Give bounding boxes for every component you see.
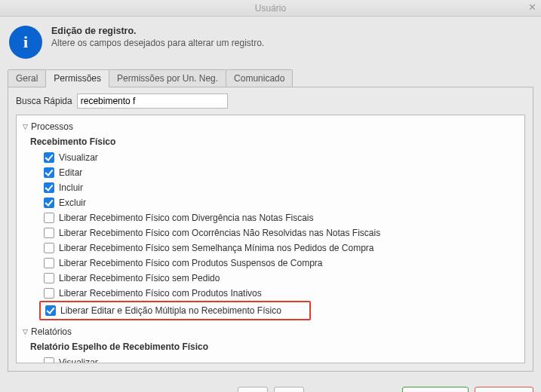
checkbox[interactable] [44,243,54,253]
info-icon: i [9,26,42,59]
checkbox[interactable] [44,198,54,208]
checkbox[interactable] [44,357,54,363]
perm-item[interactable]: Excluir [44,195,518,210]
checkbox[interactable] [44,182,54,193]
collapse-icon: ▽ [23,123,28,130]
checkbox[interactable] [44,273,54,283]
header-subtitle: Altere os campos desejados para alterar … [51,38,264,48]
perm-label: Liberar Recebimento Físico com Produtos … [59,258,323,268]
checkbox[interactable] [44,288,54,299]
perm-label: Liberar Recebimento Físico sem Semelhanç… [59,243,374,253]
perm-label: Excluir [59,198,86,208]
perm-item[interactable]: Incluir [44,180,518,195]
perm-item[interactable]: Liberar Recebimento Físico com Produtos … [44,286,518,301]
perm-item[interactable]: Liberar Recebimento Físico com Produtos … [44,256,518,271]
ok-button[interactable]: OK [402,387,469,392]
perm-label: Liberar Recebimento Físico com Divergênc… [59,213,313,223]
subgroup-recebimento-fisico: Recebimento Físico [30,136,518,147]
collapse-icon: ▽ [23,328,28,335]
group-label: Processos [31,121,73,132]
subgroup-espelho: Relatório Espelho de Recebimento Físico [30,341,518,352]
perm-item[interactable]: Visualizar [44,355,518,363]
header-title: Edição de registro. [51,26,264,36]
tab-permissoes[interactable]: Permissões [45,69,109,87]
perm-label: Liberar Recebimento Físico sem Pedido [59,273,220,283]
perm-item[interactable]: Editar [44,165,518,180]
group-relatorios[interactable]: ▽ Relatórios [23,326,518,337]
checkbox[interactable] [44,258,54,268]
perm-item[interactable]: Liberar Recebimento Físico com Divergênc… [44,210,518,225]
checkbox[interactable] [44,152,54,163]
perm-label: Incluir [59,182,83,193]
next-button[interactable] [274,387,304,392]
dialog-header: i Edição de registro. Altere os campos d… [8,23,533,66]
perm-label: Editar [59,167,82,178]
perm-item[interactable]: Liberar Editar e Edição Múltipla no Rece… [45,304,306,317]
tab-permissoes-un-neg[interactable]: Permissões por Un. Neg. [109,69,226,87]
permissions-panel: Busca Rápida ▽ Processos Recebimento Fís… [8,87,533,372]
perm-item[interactable]: Visualizar [44,150,518,165]
perm-label: Liberar Recebimento Físico com Ocorrênci… [59,228,380,238]
checkbox[interactable] [45,305,56,316]
tab-comunicado[interactable]: Comunicado [226,69,293,87]
search-label: Busca Rápida [16,96,72,106]
checkbox[interactable] [44,228,54,238]
highlight-box: Liberar Editar e Edição Múltipla no Rece… [39,301,311,320]
perm-label: Visualizar [59,152,98,163]
perm-item[interactable]: Liberar Recebimento Físico com Ocorrênci… [44,225,518,240]
checkbox[interactable] [44,213,54,223]
search-input[interactable] [77,93,228,109]
tab-bar: Geral Permissões Permissões por Un. Neg.… [8,69,533,87]
perm-item[interactable]: Liberar Recebimento Físico sem Semelhanç… [44,240,518,256]
perm-label: Visualizar [59,357,98,363]
perm-label: Liberar Recebimento Físico com Produtos … [59,288,262,299]
perm-item[interactable]: Liberar Recebimento Físico sem Pedido [44,271,518,286]
close-icon[interactable]: ✕ [528,2,536,13]
group-label: Relatórios [31,326,72,337]
perm-label: Liberar Editar e Edição Múltipla no Rece… [60,305,281,316]
prev-button[interactable] [238,387,268,392]
titlebar: Usuário ✕ [0,0,541,17]
checkbox[interactable] [44,167,54,178]
footer: OK Cancelar [0,379,541,392]
window-title: Usuário [255,3,286,14]
group-processos[interactable]: ▽ Processos [23,121,518,132]
tab-geral[interactable]: Geral [8,69,46,87]
permissions-tree[interactable]: ▽ Processos Recebimento Físico Visualiza… [16,115,525,363]
cancel-button[interactable]: Cancelar [475,387,533,392]
